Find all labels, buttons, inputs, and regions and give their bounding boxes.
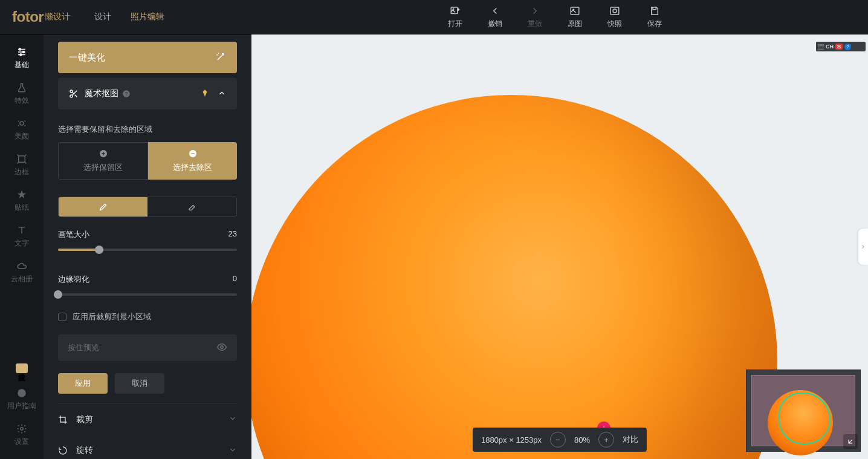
undo-button[interactable]: 撤销: [475, 5, 515, 29]
sidebar-item-sticker[interactable]: 贴纸: [0, 183, 44, 219]
feather-slider[interactable]: [58, 293, 237, 296]
online-feedback-button[interactable]: 在线反馈: [16, 363, 28, 373]
svg-rect-10: [19, 156, 25, 163]
canvas-dimensions: 1880px × 1253px: [481, 435, 542, 444]
eraser-icon: [187, 202, 197, 212]
svg-point-12: [21, 428, 24, 431]
svg-point-13: [70, 90, 73, 93]
apply-button[interactable]: 应用: [58, 373, 108, 394]
original-button[interactable]: 原图: [555, 5, 595, 29]
ime-help-icon[interactable]: ?: [844, 44, 851, 50]
brush-size-label: 画笔大小: [58, 229, 89, 240]
sidebar-item-basic[interactable]: 基础: [0, 41, 44, 76]
sidebar-item-effects[interactable]: 特效: [0, 76, 44, 112]
feather-value: 0: [233, 274, 237, 285]
zoom-level: 80%: [574, 435, 590, 444]
save-icon: [649, 5, 660, 16]
redo-button[interactable]: 重做: [515, 5, 555, 29]
right-drawer-handle[interactable]: [858, 229, 868, 265]
sidebar-item-settings[interactable]: 设置: [0, 417, 44, 453]
image-icon: [569, 5, 580, 16]
navigator-minimap[interactable]: [746, 369, 861, 452]
flask-icon: [16, 82, 27, 93]
crop-accordion[interactable]: 裁剪: [58, 403, 237, 435]
svg-point-19: [221, 345, 224, 348]
minimap-viewport-rect[interactable]: [751, 375, 855, 446]
svg-point-6: [19, 48, 21, 50]
scissors-icon: [69, 89, 79, 99]
chevron-down-icon: [228, 414, 237, 425]
ime-indicator[interactable]: CH S ?: [816, 42, 866, 51]
star-icon: [16, 189, 27, 200]
redo-icon: [530, 5, 540, 16]
feather-label: 边缘羽化: [58, 274, 89, 285]
plus-circle-icon: [99, 149, 108, 158]
collapse-icon: [846, 437, 855, 446]
pencil-icon: [99, 202, 108, 212]
nav-design[interactable]: 设计: [94, 11, 111, 22]
brush-size-value: 23: [228, 229, 237, 240]
sidebar-item-guide[interactable]: 用户指南: [0, 382, 44, 417]
beauty-icon: [16, 118, 27, 129]
sidebar-item-text[interactable]: 文字: [0, 219, 44, 255]
brush-size-slider[interactable]: [58, 249, 237, 251]
wand-icon: [215, 51, 226, 64]
frame-icon: [16, 154, 27, 164]
hold-preview-button[interactable]: 按住预览: [58, 334, 237, 361]
canvas-viewport[interactable]: 1880px × 1253px − 80% + 对比 CH S ?: [251, 34, 868, 459]
sliders-icon: [16, 47, 27, 57]
camera-icon: [609, 5, 620, 16]
compare-button[interactable]: 对比: [623, 434, 638, 445]
image-plus-icon: [450, 5, 461, 16]
app-logo[interactable]: fotor 懒设计: [12, 8, 70, 25]
svg-point-9: [20, 122, 24, 125]
zoom-in-button[interactable]: +: [598, 432, 614, 448]
rotate-icon: [58, 446, 68, 455]
save-button[interactable]: 保存: [635, 5, 675, 29]
ime-grip-icon: [818, 44, 824, 50]
crop-icon: [58, 415, 68, 425]
rotate-accordion[interactable]: 旋转: [58, 435, 237, 459]
fotor-tagline: 懒设计: [45, 11, 70, 22]
checkbox-icon: [58, 313, 66, 321]
fotor-wordmark: fotor: [12, 8, 44, 25]
eraser-tool-button[interactable]: [147, 197, 236, 216]
svg-point-3: [573, 9, 574, 10]
crop-to-min-checkbox[interactable]: 应用后裁剪到最小区域: [58, 311, 237, 322]
select-region-caption: 选择需要保留和去除的区域: [58, 124, 237, 135]
svg-rect-4: [611, 7, 619, 15]
svg-point-5: [613, 9, 617, 13]
snapshot-button[interactable]: 快照: [595, 5, 635, 29]
minimap-collapse-button[interactable]: [843, 434, 858, 449]
nav-photo-edit[interactable]: 照片编辑: [131, 11, 164, 22]
sidebar-item-cloud[interactable]: 云相册: [0, 255, 44, 290]
one-click-beautify-button[interactable]: 一键美化: [58, 42, 237, 73]
info-icon: [16, 388, 27, 399]
magic-cutout-accordion[interactable]: 魔术抠图 ?: [58, 78, 237, 109]
sidebar-item-beauty[interactable]: 美颜: [0, 112, 44, 148]
ime-lang: CH: [826, 44, 834, 50]
edited-image[interactable]: [251, 95, 777, 459]
zoom-controls: 1880px × 1253px − 80% + 对比: [473, 428, 647, 452]
svg-point-7: [23, 51, 25, 53]
undo-icon: [490, 5, 500, 16]
svg-point-14: [70, 95, 73, 97]
help-icon[interactable]: ?: [122, 90, 131, 98]
chevron-down-icon: [228, 446, 237, 456]
controls-panel: 一键美化 魔术抠图 ? 选择需要保留和去除的区域 选择保留区 选择去除区: [44, 34, 251, 459]
brush-tool-button[interactable]: [59, 197, 147, 216]
svg-point-11: [18, 389, 26, 397]
zoom-out-button[interactable]: −: [550, 432, 566, 448]
remove-region-button[interactable]: 选择去除区: [148, 142, 237, 180]
svg-point-8: [20, 54, 22, 56]
open-button[interactable]: 打开: [435, 5, 475, 29]
cancel-button[interactable]: 取消: [115, 373, 164, 394]
minus-circle-icon: [188, 149, 198, 158]
text-icon: [16, 225, 27, 236]
svg-point-1: [453, 8, 454, 10]
gear-icon: [16, 423, 27, 434]
minimap-selection-overlay: [779, 392, 831, 444]
sidebar-item-frame[interactable]: 边框: [0, 148, 44, 183]
keep-region-button[interactable]: 选择保留区: [58, 142, 148, 180]
chevron-up-icon: [218, 89, 226, 99]
